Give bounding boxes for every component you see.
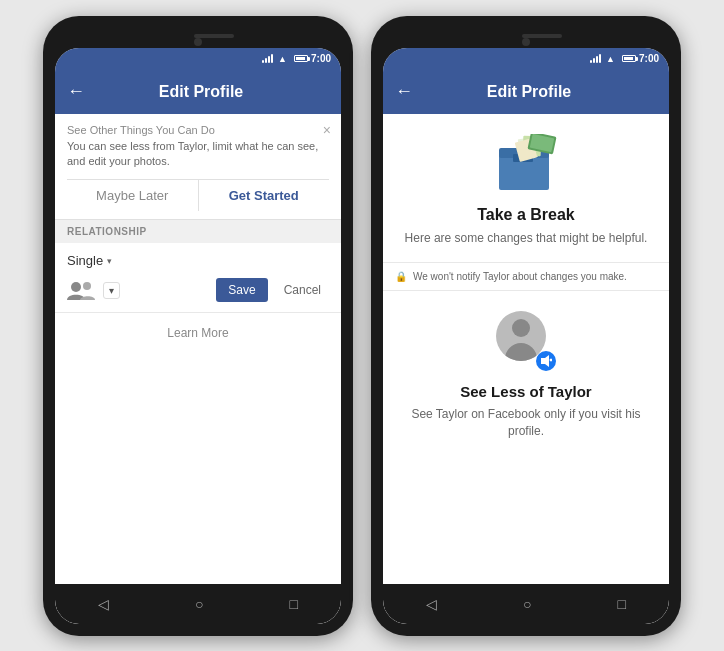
status-bar-icons: ▲ 7:00	[262, 53, 331, 64]
nav-recents-button-2[interactable]: □	[606, 588, 638, 620]
app-header-1: ← Edit Profile	[55, 70, 341, 114]
nav-back-button-2[interactable]: ◁	[414, 588, 449, 620]
phone-speaker	[194, 34, 234, 38]
people-icon	[67, 279, 95, 301]
privacy-notice: 🔒 We won't notify Taylor about changes y…	[383, 263, 669, 291]
take-break-description: Here are some changes that might be help…	[399, 230, 653, 247]
wifi-icon-2: ▲	[606, 54, 615, 64]
svg-point-0	[71, 282, 81, 292]
phone-1-screen: ▲ 7:00 ← Edit Profile × See Other Things…	[55, 48, 341, 624]
relationship-edit-row: ▾ Save Cancel	[67, 278, 329, 302]
svg-point-1	[83, 282, 91, 290]
close-icon[interactable]: ×	[323, 122, 331, 138]
lock-icon: 🔒	[395, 271, 407, 282]
screen-content-1: × See Other Things You Can Do You can se…	[55, 114, 341, 584]
friends-icon	[67, 280, 95, 300]
phone-camera	[194, 38, 202, 46]
phone-2-speaker	[522, 34, 562, 38]
cancel-button[interactable]: Cancel	[276, 278, 329, 302]
notification-banner: × See Other Things You Can Do You can se…	[55, 114, 341, 221]
learn-more-row: Learn More	[55, 312, 341, 351]
relationship-section-label: RELATIONSHIP	[55, 220, 341, 243]
relationship-section: Single ▾ ▾	[55, 243, 341, 312]
privacy-notice-text: We won't notify Taylor about changes you…	[413, 271, 627, 282]
get-started-button[interactable]: Get Started	[199, 180, 330, 211]
nav-home-button-2[interactable]: ○	[511, 588, 543, 620]
nav-back-button-1[interactable]: ◁	[86, 588, 121, 620]
status-time-1: 7:00	[311, 53, 331, 64]
status-time-2: 7:00	[639, 53, 659, 64]
status-bar-2: ▲ 7:00	[383, 48, 669, 70]
phone-nav-2: ◁ ○ □	[383, 584, 669, 624]
notification-title: See Other Things You Can Do	[67, 124, 329, 136]
see-less-title: See Less of Taylor	[399, 383, 653, 400]
phone-nav-1: ◁ ○ □	[55, 584, 341, 624]
take-break-title: Take a Break	[399, 206, 653, 224]
notification-buttons: Maybe Later Get Started	[67, 179, 329, 211]
privacy-dropdown[interactable]: ▾	[103, 282, 120, 299]
battery-icon	[294, 55, 308, 62]
relationship-value: Single ▾	[67, 253, 329, 268]
phone-2-screen: ▲ 7:00 ← Edit Profile	[383, 48, 669, 624]
phone-2: ▲ 7:00 ← Edit Profile	[371, 16, 681, 636]
take-break-section: Take a Break Here are some changes that …	[383, 114, 669, 264]
back-button-2[interactable]: ←	[395, 81, 413, 102]
nav-home-button-1[interactable]: ○	[183, 588, 215, 620]
dropdown-arrow-icon[interactable]: ▾	[107, 256, 112, 266]
nav-recents-button-1[interactable]: □	[278, 588, 310, 620]
take-break-icon	[491, 134, 561, 194]
app-header-2: ← Edit Profile	[383, 70, 669, 114]
see-less-description: See Taylor on Facebook only if you visit…	[399, 406, 653, 440]
maybe-later-button[interactable]: Maybe Later	[67, 180, 199, 211]
learn-more-link[interactable]: Learn More	[167, 326, 228, 340]
page-title-1: Edit Profile	[97, 83, 305, 101]
see-less-icon	[496, 311, 556, 371]
battery-icon-2	[622, 55, 636, 62]
phone-1: ▲ 7:00 ← Edit Profile × See Other Things…	[43, 16, 353, 636]
signal-icon-2	[590, 54, 601, 63]
save-button[interactable]: Save	[216, 278, 267, 302]
notification-body: You can see less from Taylor, limit what…	[67, 139, 329, 170]
signal-icon	[262, 54, 273, 63]
phone-2-camera	[522, 38, 530, 46]
status-bar-1: ▲ 7:00	[55, 48, 341, 70]
status-bar-icons-2: ▲ 7:00	[590, 53, 659, 64]
mute-badge-icon	[536, 351, 556, 371]
see-less-section: See Less of Taylor See Taylor on Faceboo…	[383, 291, 669, 456]
wifi-icon: ▲	[278, 54, 287, 64]
screen-content-2: Take a Break Here are some changes that …	[383, 114, 669, 584]
page-title-2: Edit Profile	[425, 83, 633, 101]
back-button-1[interactable]: ←	[67, 81, 85, 102]
svg-marker-10	[541, 355, 549, 367]
